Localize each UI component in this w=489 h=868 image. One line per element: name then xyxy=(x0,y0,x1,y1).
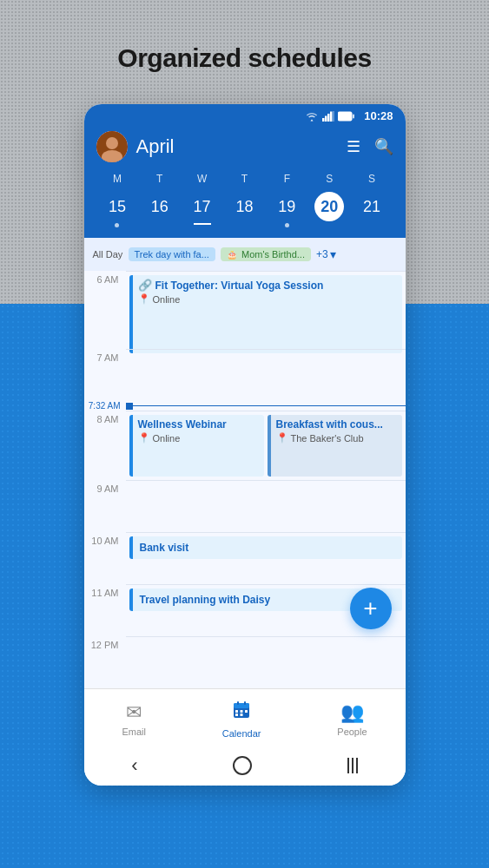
event-breakfast[interactable]: Breakfast with cous... 📍 The Baker's Clu… xyxy=(268,415,402,477)
email-label: Email xyxy=(122,727,146,737)
svg-rect-16 xyxy=(245,710,248,713)
current-time-label: 7:32 AM xyxy=(84,401,126,411)
header-actions: ☰ 🔍 xyxy=(347,137,393,156)
status-icons xyxy=(305,111,355,122)
page-title: Organized schedules xyxy=(0,43,489,73)
birthday-cake-icon: 🎂 xyxy=(227,250,237,260)
day-cell-21[interactable]: 21 xyxy=(351,190,393,229)
avatar[interactable] xyxy=(96,131,128,162)
time-label-7am: 7 AM xyxy=(84,349,126,401)
day-header-mon: M xyxy=(96,173,139,185)
event-yoga[interactable]: 🔗 Fit Together: Virtual Yoga Session 📍 O… xyxy=(129,275,402,353)
time-label-8am: 8 AM xyxy=(84,411,126,480)
status-time: 10:28 xyxy=(364,109,393,122)
time-label-10am: 10 AM xyxy=(84,532,126,584)
time-area-6am: 🔗 Fit Together: Virtual Yoga Session 📍 O… xyxy=(126,271,406,349)
time-label-12pm: 12 PM xyxy=(84,636,126,688)
time-label-9am: 9 AM xyxy=(84,480,126,532)
event-wellness[interactable]: Wellness Webinar 📍 Online xyxy=(129,415,264,477)
day-cell-19[interactable]: 19 xyxy=(266,190,308,229)
svg-rect-2 xyxy=(327,114,330,122)
current-time-line xyxy=(133,405,406,407)
calendar-header: April ☰ 🔍 xyxy=(84,128,406,171)
current-time-dot xyxy=(126,403,133,410)
email-icon: ✉ xyxy=(126,701,142,724)
allday-more-count: +3 xyxy=(316,248,328,260)
wellness-title: Wellness Webinar xyxy=(138,418,259,431)
time-slot-12pm: 12 PM xyxy=(84,636,406,688)
day-header-wed: W xyxy=(181,173,223,185)
timeline: 6 AM 🔗 Fit Together: Virtual Yoga Sessio… xyxy=(84,271,406,688)
time-slot-7am: 7 AM xyxy=(84,349,406,401)
day-num-20: 20 xyxy=(314,192,344,221)
event-bank[interactable]: Bank visit xyxy=(129,536,402,559)
day-dot-19 xyxy=(285,223,289,227)
time-area-9am xyxy=(126,480,406,532)
home-button[interactable] xyxy=(233,756,252,775)
calendar-label: Calendar xyxy=(222,728,261,739)
fab-add-button[interactable]: + xyxy=(350,588,392,629)
phone-frame: 10:28 April ☰ 🔍 M T W xyxy=(84,104,406,786)
people-label: People xyxy=(337,727,367,737)
yoga-title: Fit Together: Virtual Yoga Session xyxy=(155,279,324,292)
day-underline-17 xyxy=(194,223,211,225)
location-icon-breakfast: 📍 xyxy=(276,432,288,444)
nav-item-calendar[interactable]: Calendar xyxy=(205,696,279,742)
calendar-icon xyxy=(231,700,252,726)
day-headers: M T W T F S S xyxy=(96,173,393,185)
time-label-11am: 11 AM xyxy=(84,584,126,636)
back-button[interactable]: ‹ xyxy=(131,754,137,777)
day-numbers: 15 16 17 18 19 20 21 xyxy=(96,190,393,229)
day-dot-15 xyxy=(115,223,119,227)
allday-label: All Day xyxy=(93,249,123,260)
time-area-12pm xyxy=(126,636,406,688)
day-header-tue: T xyxy=(138,173,181,185)
svg-rect-18 xyxy=(241,713,243,716)
day-num-15: 15 xyxy=(102,192,132,221)
fab-plus-icon: + xyxy=(363,595,377,622)
svg-rect-3 xyxy=(330,111,333,122)
yoga-location: 📍 Online xyxy=(138,293,397,305)
day-cell-16[interactable]: 16 xyxy=(138,190,181,229)
svg-rect-11 xyxy=(234,703,249,708)
day-num-21: 21 xyxy=(357,192,387,221)
day-cell-18[interactable]: 18 xyxy=(223,190,266,229)
signal-icon xyxy=(322,111,334,122)
avatar-image xyxy=(96,131,128,162)
wellness-location: 📍 Online xyxy=(138,432,259,444)
svg-point-8 xyxy=(106,137,118,149)
allday-more[interactable]: +3 ▾ xyxy=(316,247,336,261)
location-icon-wellness: 📍 xyxy=(138,432,150,444)
menu-list-icon[interactable]: ☰ xyxy=(347,137,360,156)
calendar-grid: M T W T F S S 15 16 17 18 19 xyxy=(84,171,406,238)
allday-row: All Day Trek day with fa... 🎂 Mom's Birt… xyxy=(84,238,406,271)
allday-event-trek[interactable]: Trek day with fa... xyxy=(129,247,215,261)
time-slot-8am: 8 AM Wellness Webinar 📍 Online Breakfast… xyxy=(84,411,406,480)
bank-title: Bank visit xyxy=(140,542,395,554)
day-num-19: 19 xyxy=(272,192,301,221)
svg-rect-12 xyxy=(237,701,239,705)
day-cell-15[interactable]: 15 xyxy=(96,190,139,229)
header-left: April xyxy=(96,131,175,162)
day-header-thu: T xyxy=(223,173,266,185)
svg-rect-15 xyxy=(241,710,243,713)
day-cell-20[interactable]: 20 xyxy=(308,190,351,229)
chevron-down-icon: ▾ xyxy=(330,247,336,261)
search-icon[interactable]: 🔍 xyxy=(374,137,393,156)
day-cell-17[interactable]: 17 xyxy=(181,190,223,229)
time-area-10am: Bank visit xyxy=(126,532,406,584)
allday-event-birthday[interactable]: 🎂 Mom's Birthd... xyxy=(221,247,311,261)
svg-rect-13 xyxy=(244,701,246,705)
svg-rect-0 xyxy=(322,118,325,122)
nav-item-people[interactable]: 👥 People xyxy=(320,698,384,740)
recents-button[interactable] xyxy=(347,758,358,773)
location-icon-yoga: 📍 xyxy=(138,293,150,305)
svg-rect-14 xyxy=(235,710,238,713)
system-nav: ‹ xyxy=(84,746,406,786)
nav-item-email[interactable]: ✉ Email xyxy=(104,698,163,740)
month-title: April xyxy=(136,135,175,158)
svg-rect-6 xyxy=(353,114,354,118)
yoga-icon: 🔗 xyxy=(138,279,152,292)
day-num-18: 18 xyxy=(229,192,259,221)
time-label-6am: 6 AM xyxy=(84,271,126,349)
